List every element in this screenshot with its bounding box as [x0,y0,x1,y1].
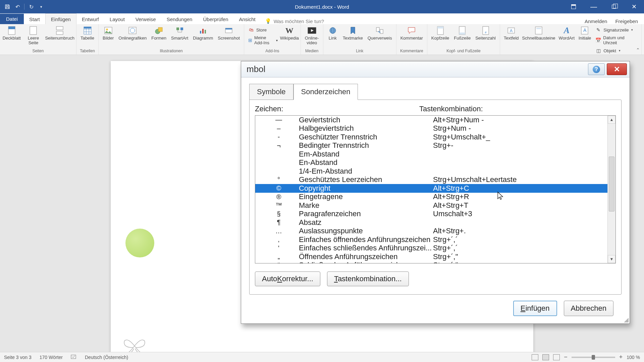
status-words[interactable]: 170 Wörter [40,355,63,360]
close-window-icon[interactable]: ✕ [624,0,644,13]
save-icon[interactable] [4,3,11,10]
einfuegen-button[interactable]: Einfügen [513,301,557,316]
char-row[interactable]: ™MarkeAlt+Strg+T [255,201,615,210]
char-row[interactable]: ¬Bedingter TrennstrichStrg+- [255,141,615,150]
textmarke-button[interactable]: Textmarke [341,25,364,41]
group-kopf: Kopf- und Fußzeile [446,49,480,54]
ribbon-display-options-icon[interactable] [564,0,584,13]
tab-entwurf[interactable]: Entwurf [76,14,104,24]
char-row[interactable]: 1/4-Em-Abstand [255,167,615,176]
initiale-button[interactable]: AInitiale [578,25,592,41]
char-row[interactable]: 'Einfaches schließendes Anführungszei...… [255,244,615,253]
scroll-down-icon[interactable]: ▼ [608,255,615,263]
onlinevideo-button[interactable]: Online-video [304,25,320,46]
svg-rect-18 [180,27,183,30]
char-name: Em-Abstand [299,150,433,159]
dialog-titlebar[interactable]: mbol ? ✕ [241,61,630,77]
restore-icon[interactable] [604,0,624,13]
tab-ansicht[interactable]: Ansicht [234,14,261,24]
qat-dropdown-icon[interactable]: ▾ [38,3,45,10]
scrollbar[interactable]: ▲ ▼ [607,116,615,263]
objekt-button[interactable]: ◫Objekt▾ [594,47,639,54]
schnellbausteine-button[interactable]: Schnellbausteine [522,25,556,41]
char-row[interactable]: —GeviertstrichAlt+Strg+Num - [255,116,615,124]
char-row[interactable]: °Geschütztes LeerzeichenStrg+Umschalt+Le… [255,176,615,184]
tab-datei[interactable]: Datei [0,14,24,24]
meine-addins-button[interactable]: ⊞Meine Add-Ins▾ [247,35,279,46]
char-row[interactable]: ®EingetrageneAlt+Strg+R [255,193,615,201]
datumuhrzeit-button[interactable]: 📅Datum und Uhrzeit [594,35,639,46]
abbrechen-button[interactable]: Abbrechen [564,301,613,316]
zoom-in-icon[interactable]: + [619,354,623,361]
print-layout-icon[interactable] [542,354,549,360]
zoom-out-icon[interactable]: − [564,354,568,361]
collapse-ribbon-icon[interactable]: ⌃ [636,47,640,53]
char-row[interactable]: "Schließendes AnführungszeichenStrg+´," [255,261,615,264]
tab-einfuegen[interactable]: Einfügen [45,13,76,24]
char-symbol: ¶ [259,219,299,226]
wikipedia-button[interactable]: WWikipedia [281,25,298,41]
undo-icon[interactable]: ↶ [14,3,21,10]
page[interactable]: mbol ? ✕ Symbole Sonderzeichen Zeichen: … [111,61,533,352]
tab-start[interactable]: Start [24,14,45,24]
resize-grip[interactable] [623,316,629,322]
signaturzeile-button[interactable]: ✎Signaturzeile▾ [594,26,639,34]
signin-link[interactable]: Anmelden [585,18,607,24]
redo-icon[interactable]: ↻ [28,3,35,10]
char-shortcut: Alt+Strg+. [433,227,615,235]
char-row[interactable]: En-Abstand [255,159,615,167]
web-layout-icon[interactable] [553,354,560,360]
seitenzahl-button[interactable]: #Seitenzahl [474,25,497,41]
char-row[interactable]: ‚Einfaches öffnendes AnführungszeichenSt… [255,235,615,244]
formen-button[interactable]: Formen [150,25,168,41]
wordart-button[interactable]: AWordArt [558,25,576,41]
tab-layout[interactable]: Layout [104,14,130,24]
char-row[interactable]: §ParagrafenzeichenUmschalt+3 [255,210,615,219]
char-row[interactable]: –HalbgeviertstrichStrg+Num - [255,124,615,133]
tab-ueberpruefen[interactable]: Überprüfen [198,14,233,24]
tab-symbole[interactable]: Symbole [249,84,293,100]
dialog-close-button[interactable]: ✕ [607,63,627,75]
zoom-level[interactable]: 100 % [627,355,640,360]
deckblatt-button[interactable]: Deckblatt [3,25,21,41]
kopfzeile-button[interactable]: Kopfzeile [430,25,450,41]
tab-sonderzeichen[interactable]: Sonderzeichen [293,84,358,100]
autokorrektur-button[interactable]: AutoKorrektur... [255,272,320,286]
leere-seite-button[interactable]: Leere Seite [23,25,44,46]
screenshot-button[interactable]: Screenshot [216,25,241,41]
minimize-icon[interactable]: — [584,0,604,13]
read-mode-icon[interactable] [532,354,538,360]
char-row[interactable]: „Öffnendes AnführungszeichenStrg+´," [255,252,615,261]
link-button[interactable]: Link [326,25,339,41]
kommentar-button[interactable]: Kommentar [399,25,424,41]
bilder-button[interactable]: Bilder [101,25,115,41]
status-language[interactable]: Deutsch (Österreich) [85,355,128,360]
char-shortcut: Strg+Num - [433,124,615,133]
textfeld-button[interactable]: ATextfeld [503,25,520,41]
share-button[interactable]: Freigeben [615,18,638,24]
dialog-help-button[interactable]: ? [588,63,605,75]
char-row[interactable]: Em-Abstand [255,150,615,159]
seitenumbruch-button[interactable]: Seitenumbruch [46,25,73,41]
zoom-slider[interactable] [572,357,615,358]
tabelle-button[interactable]: Tabelle [79,25,96,41]
tab-verweise[interactable]: Verweise [130,14,161,24]
proofing-icon[interactable] [71,354,77,360]
smartart-button[interactable]: SmartArt [170,25,190,41]
char-row[interactable]: ¶Absatz [255,218,615,227]
tell-me-box[interactable]: 💡 Was möchten Sie tun? [265,18,324,24]
tastenkombination-button[interactable]: Tastenkombination... [327,272,409,286]
char-row[interactable]: -Geschützter TrennstrichStrg+Umschalt+_ [255,133,615,141]
fusszeile-button[interactable]: Fußzeile [452,25,472,41]
character-list[interactable]: —GeviertstrichAlt+Strg+Num -–Halbgeviert… [255,115,616,263]
store-button[interactable]: 🛍Store [247,26,279,34]
status-page[interactable]: Seite 3 von 3 [4,355,32,360]
scroll-thumb[interactable] [609,157,614,212]
char-row[interactable]: …AuslassungspunkteAlt+Strg+. [255,227,615,236]
char-row[interactable]: ©CopyrightAlt+Strg+C [255,184,615,193]
querverweis-button[interactable]: Querverweis [366,25,393,41]
onlinegrafiken-button[interactable]: Onlinegrafiken [117,25,148,41]
tab-sendungen[interactable]: Sendungen [161,14,198,24]
diagramm-button[interactable]: Diagramm [192,25,214,41]
scroll-up-icon[interactable]: ▲ [608,116,615,124]
